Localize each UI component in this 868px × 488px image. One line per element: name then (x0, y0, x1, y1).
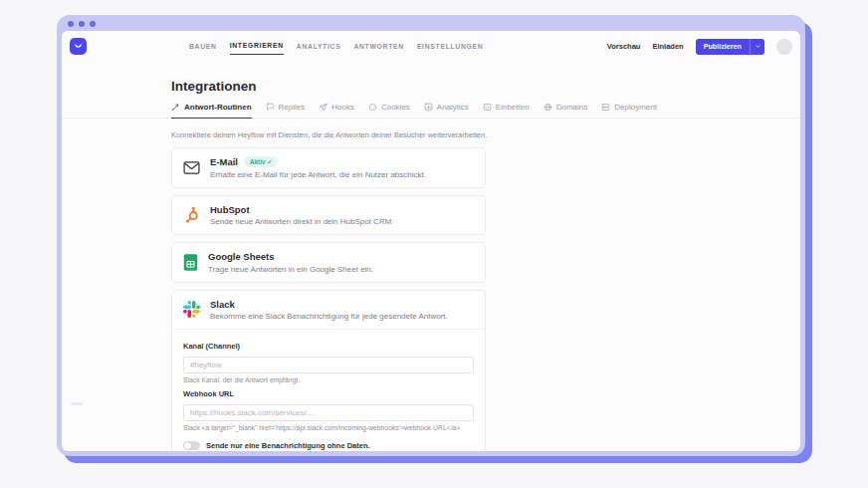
toggle-label: Sende nur eine Benachrichtigung ohne Dat… (206, 441, 370, 450)
status-badge: Aktiv ✓ (244, 156, 278, 167)
heyflow-logo[interactable] (70, 38, 87, 55)
main-nav: Bauen Integrieren Analytics Antworten Ei… (189, 31, 483, 62)
slack-icon (183, 301, 200, 318)
nav-item-antworten[interactable]: Antworten (353, 39, 403, 55)
integration-name: Slack (210, 299, 235, 310)
webhook-help: Slack <a target="_blank" href='https://a… (183, 424, 474, 431)
user-avatar[interactable] (776, 39, 792, 55)
page-title: Integrationen (171, 79, 800, 94)
tab-label: Replies (279, 103, 306, 112)
integration-card-slack: Slack Bekomme eine Slack Benachrichtigun… (171, 290, 486, 452)
publish-button[interactable]: Publizieren (696, 39, 750, 55)
integration-card-google-sheets[interactable]: Google Sheets Trage neue Antworten in ei… (171, 242, 486, 283)
routines-icon (171, 103, 180, 112)
integration-list: E-Mail Aktiv ✓ Erhalte eine E-Mail für j… (171, 147, 486, 451)
channel-label: Kanal (Channel) (183, 342, 474, 351)
paper-plane-icon (319, 103, 327, 112)
preview-button[interactable]: Vorschau (607, 42, 641, 51)
browser-window-frame: Bauen Integrieren Analytics Antworten Ei… (57, 15, 805, 456)
tab-label: Antwort-Routinen (184, 103, 252, 112)
integration-desc: Erhalte eine E-Mail für jede Antwort, di… (210, 170, 426, 179)
integration-desc: Trage neue Antworten in ein Google Sheet… (208, 265, 373, 274)
bar-chart-icon (424, 103, 433, 112)
hubspot-icon (183, 206, 200, 223)
slack-form: Kanal (Channel) Slack Kanal, der die Ant… (172, 330, 485, 451)
publish-dropdown-button[interactable] (750, 39, 764, 55)
scroll-hint (71, 402, 83, 405)
server-stack-icon (601, 103, 610, 112)
notification-only-toggle[interactable] (183, 441, 200, 450)
toggle-knob (184, 442, 191, 449)
window-traffic-lights (68, 21, 96, 27)
nav-item-bauen[interactable]: Bauen (189, 39, 217, 55)
header-actions: Vorschau Einladen Publizieren (607, 39, 792, 55)
tabs-bar: Antwort-Routinen Replies Hooks (62, 103, 800, 119)
tab-cookies[interactable]: Cookies (368, 103, 410, 118)
tab-einbetten[interactable]: Einbetten (483, 103, 530, 118)
smile-icon (72, 40, 85, 53)
tab-hooks[interactable]: Hooks (319, 103, 354, 118)
integration-name: HubSpot (210, 204, 250, 215)
invite-button[interactable]: Einladen (652, 42, 683, 51)
webhook-input[interactable] (183, 404, 474, 421)
tab-antwort-routinen[interactable]: Antwort-Routinen (171, 103, 252, 119)
webhook-label: Webhook URL (183, 389, 474, 398)
tab-label: Domains (556, 103, 588, 112)
integration-desc: Bekomme eine Slack Benachrichtigung für … (210, 312, 448, 321)
email-icon (183, 160, 200, 175)
tab-label: Analytics (437, 103, 469, 112)
slack-card-header[interactable]: Slack Bekomme eine Slack Benachrichtigun… (172, 291, 485, 331)
tab-deployment[interactable]: Deployment (601, 103, 657, 118)
app-header: Bauen Integrieren Analytics Antworten Ei… (62, 31, 800, 62)
tab-label: Deployment (614, 103, 657, 112)
nav-item-einstellungen[interactable]: Einstellungen (417, 39, 484, 55)
google-sheets-icon (183, 254, 198, 271)
traffic-light-dot (90, 21, 96, 27)
integration-desc: Sende neue Antworten direkt in dein HubS… (210, 217, 391, 226)
tab-domains[interactable]: Domains (543, 103, 588, 118)
embed-icon (483, 103, 492, 112)
globe-icon (543, 103, 552, 112)
tab-label: Hooks (331, 103, 354, 112)
cookie-icon (368, 103, 377, 112)
tab-analytics[interactable]: Analytics (424, 103, 469, 118)
app-window: Bauen Integrieren Analytics Antworten Ei… (62, 31, 800, 451)
integration-name: Google Sheets (208, 251, 275, 262)
traffic-light-dot (68, 21, 74, 27)
integration-card-hubspot[interactable]: HubSpot Sende neue Antworten direkt in d… (171, 195, 486, 236)
page-intro: Konnektiere deinen Heyflow mit Diensten,… (171, 130, 800, 139)
integration-card-email[interactable]: E-Mail Aktiv ✓ Erhalte eine E-Mail für j… (171, 147, 486, 188)
channel-help: Slack Kanal, der die Antwort empfängt. (183, 376, 474, 383)
tab-label: Einbetten (496, 103, 530, 112)
publish-split-button: Publizieren (696, 39, 764, 55)
integration-name: E-Mail (210, 156, 238, 167)
nav-item-analytics[interactable]: Analytics (297, 39, 341, 55)
tab-label: Cookies (381, 103, 410, 112)
tab-replies[interactable]: Replies (266, 103, 306, 118)
chevron-down-icon (755, 43, 761, 50)
chat-bubble-icon (266, 103, 275, 112)
nav-item-integrieren[interactable]: Integrieren (230, 38, 284, 55)
traffic-light-dot (79, 21, 85, 27)
channel-input[interactable] (183, 357, 474, 373)
